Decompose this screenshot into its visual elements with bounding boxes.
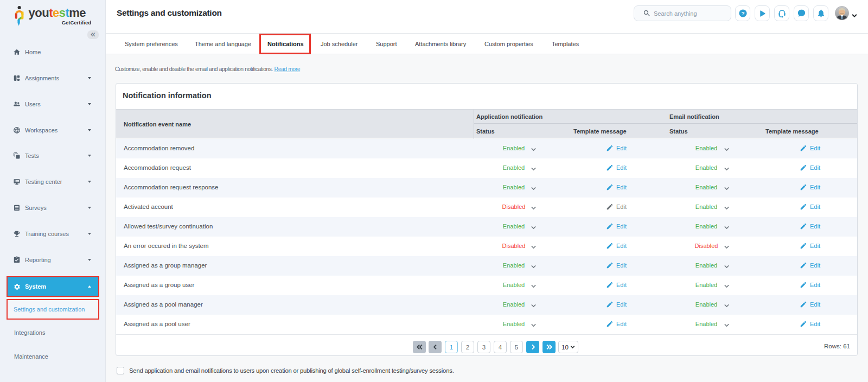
svg-text:youtestme: youtestme: [29, 6, 86, 20]
svg-text:?: ?: [741, 10, 744, 16]
svg-text:GetCertified: GetCertified: [62, 20, 92, 26]
